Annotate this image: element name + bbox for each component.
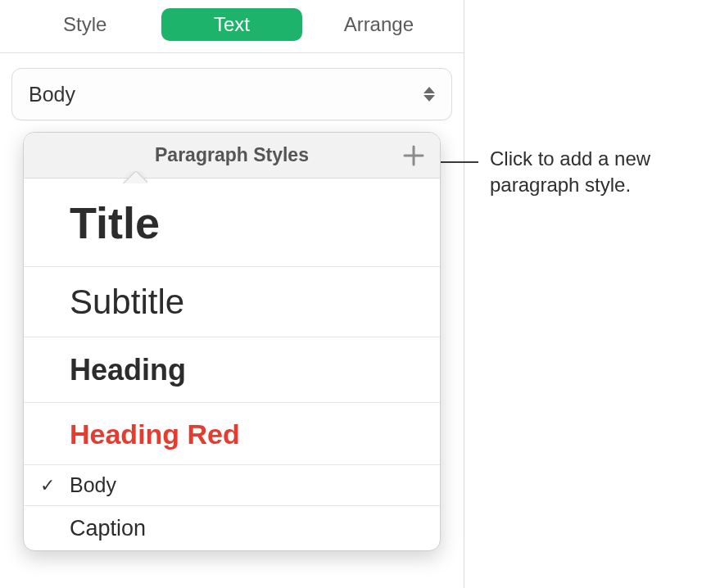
tab-arrange[interactable]: Arrange: [309, 8, 449, 41]
style-item-label: Heading: [70, 355, 186, 385]
style-item-label: Title: [70, 201, 160, 245]
callout-leader-line: [439, 161, 478, 163]
paragraph-style-dropdown-container: Body Paragraph Styles: [0, 53, 464, 120]
dropdown-selected-label: Body: [29, 83, 75, 106]
checkmark-icon: ✓: [40, 477, 55, 495]
style-item-label: Caption: [70, 518, 146, 540]
format-inspector-panel: Style Text Arrange Body Paragraph Styles: [0, 0, 464, 588]
style-item-body[interactable]: ✓ Body: [24, 465, 440, 506]
plus-icon: [403, 145, 424, 166]
paragraph-style-dropdown[interactable]: Body: [11, 68, 452, 120]
popover-header: Paragraph Styles: [24, 133, 440, 179]
add-paragraph-style-button[interactable]: [401, 142, 427, 169]
paragraph-style-list: Title Subtitle Heading Heading Red ✓: [24, 179, 440, 550]
callout-text: Click to add a new paragraph style.: [490, 146, 695, 199]
style-item-caption[interactable]: Caption: [24, 506, 440, 550]
updown-chevron-icon: [423, 87, 435, 102]
style-item-heading-red[interactable]: Heading Red: [24, 403, 440, 465]
style-item-subtitle[interactable]: Subtitle: [24, 267, 440, 337]
inspector-tabs: Style Text Arrange: [0, 0, 464, 53]
tab-style[interactable]: Style: [15, 8, 155, 41]
style-item-label: Heading Red: [70, 420, 240, 448]
style-item-label: Body: [70, 475, 116, 495]
style-item-label: Subtitle: [70, 285, 184, 319]
style-item-heading[interactable]: Heading: [24, 337, 440, 403]
paragraph-styles-popover: Paragraph Styles Title: [23, 132, 441, 551]
popover-title: Paragraph Styles: [155, 144, 309, 166]
style-item-title[interactable]: Title: [24, 179, 440, 267]
popover-notch: [123, 171, 147, 183]
tab-text[interactable]: Text: [161, 8, 301, 41]
